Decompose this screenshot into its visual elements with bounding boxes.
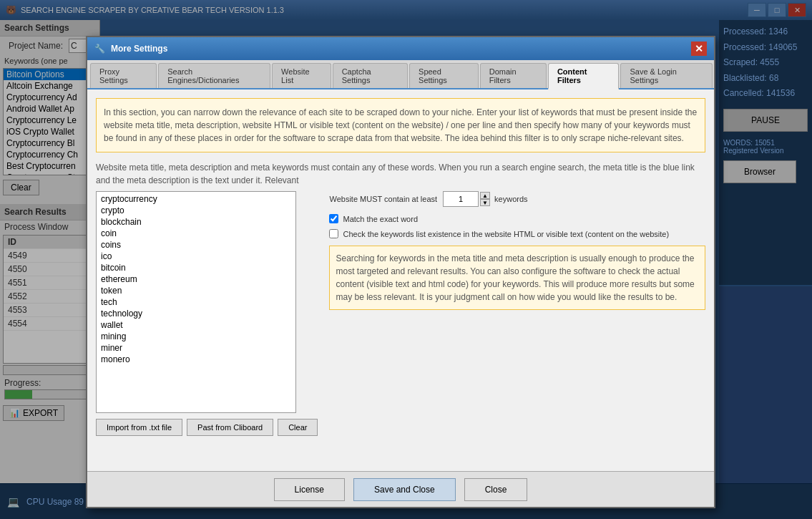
settings-tabs: Proxy Settings Search Engines/Dictionari…: [87, 60, 714, 89]
must-contain-row: Website MUST contain at least ▲ ▼ keywor…: [329, 191, 705, 207]
match-exact-checkbox[interactable]: [329, 214, 338, 223]
tab-domain-filters[interactable]: Domain Filters: [480, 63, 547, 88]
kw-14: monero: [98, 354, 294, 365]
keywords-suffix-label: keywords: [494, 195, 527, 203]
must-contain-input[interactable]: [443, 191, 479, 207]
check-html-label: Check the keywords list existence in the…: [343, 230, 669, 238]
tab-proxy-settings[interactable]: Proxy Settings: [90, 63, 157, 88]
kw-2: blockchain: [98, 216, 294, 228]
content-keywords-list[interactable]: cryptocurrency crypto blockchain coin co…: [96, 191, 296, 413]
kw-1: crypto: [98, 205, 294, 216]
kw-13: miner: [98, 342, 294, 354]
check-html-row: Check the keywords list existence in the…: [329, 229, 705, 238]
match-exact-row: Match the exact word: [329, 214, 705, 223]
modal-footer: License Save and Close Close: [87, 471, 714, 507]
kw-10: technology: [98, 308, 294, 319]
paste-clipboard-button[interactable]: Past from Cliboard: [187, 419, 273, 436]
kw-0: cryptocurrency: [98, 193, 294, 205]
import-txt-button[interactable]: Import from .txt file: [96, 419, 182, 436]
kw-8: token: [98, 285, 294, 296]
kw-4: coins: [98, 239, 294, 251]
modal-close-button[interactable]: ✕: [691, 42, 707, 56]
info-box: In this section, you can narrow down the…: [96, 98, 705, 152]
extra-info-text: Searching for keywords in the meta title…: [336, 253, 694, 302]
spin-up-button[interactable]: ▲: [480, 192, 490, 199]
filter-settings-panel: Website MUST contain at least ▲ ▼ keywor…: [329, 191, 705, 436]
info-box-text: In this section, you can narrow down the…: [104, 107, 697, 143]
tab-login-settings[interactable]: Save & Login Settings: [620, 63, 713, 88]
kw-9: tech: [98, 296, 294, 308]
license-button[interactable]: License: [274, 478, 345, 501]
section-description: Website meta title, meta description and…: [96, 161, 705, 187]
keywords-action-buttons: Import from .txt file Past from Cliboard…: [96, 419, 318, 436]
extra-info-box: Searching for keywords in the meta title…: [329, 246, 705, 310]
save-close-button[interactable]: Save and Close: [353, 478, 456, 501]
tab-website-list[interactable]: Website List: [272, 63, 331, 88]
spin-down-button[interactable]: ▼: [480, 199, 490, 206]
modal-title-icon: 🔧: [94, 44, 105, 54]
kw-11: wallet: [98, 319, 294, 331]
clear-content-keywords-button[interactable]: Clear: [278, 419, 318, 436]
modal-title: More Settings: [111, 44, 167, 54]
tab-captcha-settings[interactable]: Captcha Settings: [333, 63, 408, 88]
kw-7: ethereum: [98, 273, 294, 285]
modal-title-bar: 🔧 More Settings ✕: [87, 37, 714, 60]
kw-6: bitcoin: [98, 262, 294, 273]
number-input-wrap: ▲ ▼: [443, 191, 490, 207]
check-html-checkbox[interactable]: [329, 229, 338, 238]
kw-12: mining: [98, 331, 294, 342]
spin-buttons: ▲ ▼: [480, 192, 490, 206]
keywords-area: cryptocurrency crypto blockchain coin co…: [96, 191, 318, 436]
content-layout: cryptocurrency crypto blockchain coin co…: [96, 191, 705, 436]
tab-speed-settings[interactable]: Speed Settings: [409, 63, 479, 88]
kw-5: ico: [98, 251, 294, 262]
more-settings-dialog: 🔧 More Settings ✕ Proxy Settings Search …: [86, 36, 715, 508]
tab-content-filters[interactable]: Content Filters: [548, 63, 620, 89]
tab-search-engines[interactable]: Search Engines/Dictionaries: [158, 63, 270, 88]
match-exact-label: Match the exact word: [343, 215, 418, 223]
must-contain-label: Website MUST contain at least: [329, 195, 437, 203]
modal-content-area: In this section, you can narrow down the…: [87, 89, 714, 502]
close-dialog-button[interactable]: Close: [464, 478, 528, 501]
kw-3: coin: [98, 228, 294, 239]
